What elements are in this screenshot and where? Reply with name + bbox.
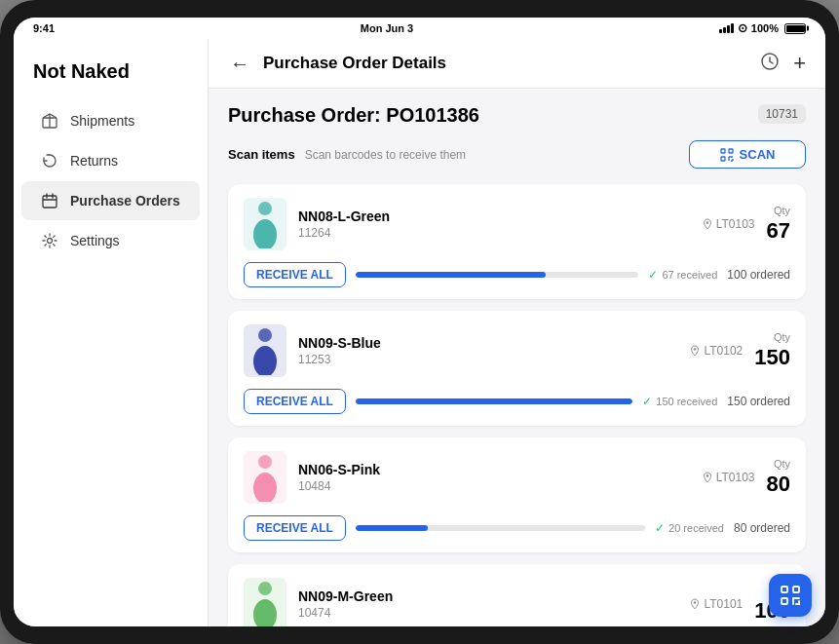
svg-rect-9 (729, 149, 733, 153)
item-bottom-0: RECEIVE ALL ✓ 67 received 100 ordered (244, 262, 790, 287)
item-thumbnail-1 (244, 324, 286, 377)
item-top-3: NN09-M-Green 10474 LT0101 Qty 100 (244, 578, 790, 626)
qty-value-1: 150 (754, 345, 790, 370)
item-top-2: NN06-S-Pink 10484 LT0103 Qty 80 (244, 451, 790, 504)
check-icon-1: ✓ (642, 395, 652, 408)
received-count-1: 150 received (656, 396, 717, 407)
sidebar-item-shipments[interactable]: Shipments (21, 101, 200, 140)
item-location-2: LT0103 (703, 471, 755, 484)
ordered-label-2: 80 ordered (734, 521, 790, 535)
wifi-icon: ⊙ (738, 21, 747, 35)
item-card-3: NN09-M-Green 10474 LT0101 Qty 100 RECEIV… (228, 564, 806, 626)
svg-point-26 (694, 601, 696, 603)
svg-rect-8 (721, 149, 725, 153)
item-bottom-2: RECEIVE ALL ✓ 20 received 80 ordered (244, 515, 790, 541)
item-sku-0: 11264 (298, 226, 691, 240)
header-icons: + (760, 51, 806, 76)
status-bar: 9:41 Mon Jun 3 ⊙ 100% (14, 18, 825, 39)
po-content: Purchase Order: PO101386 10731 Scan item… (209, 89, 825, 626)
svg-point-19 (253, 346, 277, 375)
svg-point-15 (258, 202, 272, 215)
status-right: ⊙ 100% (719, 21, 806, 35)
progress-fill-0 (356, 272, 546, 278)
po-badge: 10731 (758, 104, 806, 124)
item-bottom-1: RECEIVE ALL ✓ 150 received 150 ordered (244, 389, 790, 414)
content-header: ← Purchase Order Details + (209, 39, 825, 89)
item-info-0: NN08-L-Green 11264 (298, 208, 691, 240)
received-badge-0: ✓ 67 received (648, 268, 717, 282)
sidebar-item-purchase-orders[interactable]: Purchase Orders (21, 181, 200, 220)
add-icon[interactable]: + (793, 51, 806, 76)
page-title: Purchase Order Details (263, 54, 748, 73)
scan-icon (720, 148, 734, 162)
item-location-1: LT0102 (690, 344, 743, 358)
status-time: 9:41 (33, 22, 55, 34)
box-icon (41, 112, 58, 130)
received-badge-1: ✓ 150 received (642, 395, 717, 408)
item-qty-block-0: Qty 67 (767, 205, 790, 244)
item-sku-2: 10484 (298, 479, 691, 493)
svg-point-16 (253, 219, 277, 248)
sidebar-item-settings[interactable]: Settings (21, 221, 200, 260)
return-icon (41, 152, 58, 170)
item-thumbnail-0 (244, 198, 286, 250)
receive-all-button-1[interactable]: RECEIVE ALL (244, 389, 346, 414)
received-count-0: 67 received (662, 269, 717, 281)
tablet-screen: 9:41 Mon Jun 3 ⊙ 100% Not Naked (14, 18, 825, 626)
item-card-0: NN08-L-Green 11264 LT0103 Qty 67 RECEIVE… (228, 184, 806, 299)
scan-button[interactable]: SCAN (689, 140, 806, 169)
item-info-3: NN09-M-Green 10474 (298, 588, 678, 620)
check-icon-2: ✓ (655, 521, 665, 535)
qty-value-2: 80 (767, 472, 790, 497)
sidebar-brand: Not Naked (14, 47, 208, 100)
item-qty-block-1: Qty 150 (754, 331, 790, 370)
svg-point-22 (253, 473, 277, 502)
svg-rect-30 (793, 587, 799, 592)
svg-point-24 (258, 582, 272, 595)
item-name-1: NN09-S-Blue (298, 335, 678, 351)
item-location-0: LT0103 (703, 217, 755, 231)
check-icon-0: ✓ (648, 268, 658, 282)
svg-point-21 (258, 455, 272, 469)
scan-bar: Scan items Scan barcodes to receive them (228, 140, 806, 169)
item-name-2: NN06-S-Pink (298, 462, 691, 477)
item-name-0: NN08-L-Green (298, 208, 691, 224)
item-location-3: LT0101 (690, 597, 743, 611)
receive-all-button-0[interactable]: RECEIVE ALL (244, 262, 346, 287)
calendar-icon (41, 192, 58, 209)
receive-all-button-2[interactable]: RECEIVE ALL (244, 515, 346, 541)
item-info-1: NN09-S-Blue 11253 (298, 335, 678, 366)
received-count-2: 20 received (668, 522, 724, 534)
svg-rect-31 (782, 598, 787, 604)
svg-point-17 (706, 221, 708, 223)
fab-scan-icon (780, 585, 801, 606)
progress-track-1 (356, 398, 632, 404)
scan-hint: Scan barcodes to receive them (305, 148, 679, 162)
sidebar-item-returns[interactable]: Returns (21, 141, 200, 180)
status-date: Mon Jun 3 (361, 22, 413, 34)
item-sku-1: 11253 (298, 353, 678, 366)
item-top-1: NN09-S-Blue 11253 LT0102 Qty 150 (244, 324, 790, 377)
battery-label: 100% (751, 22, 779, 34)
main-area: Not Naked Shipments (14, 39, 825, 626)
item-info-2: NN06-S-Pink 10484 (298, 462, 691, 493)
svg-point-23 (706, 474, 708, 476)
item-thumbnail-2 (244, 451, 286, 504)
sidebar-item-purchase-orders-label: Purchase Orders (70, 193, 180, 208)
sidebar-item-shipments-label: Shipments (70, 113, 134, 129)
qty-value-0: 67 (767, 218, 790, 244)
tablet-frame: 9:41 Mon Jun 3 ⊙ 100% Not Naked (0, 0, 839, 644)
items-container: NN08-L-Green 11264 LT0103 Qty 67 RECEIVE… (228, 184, 806, 626)
back-button[interactable]: ← (228, 52, 251, 75)
sidebar: Not Naked Shipments (14, 39, 209, 626)
po-title-row: Purchase Order: PO101386 10731 (228, 104, 806, 127)
sidebar-item-settings-label: Settings (70, 233, 120, 248)
battery-icon (784, 23, 806, 34)
item-sku-3: 10474 (298, 606, 678, 620)
svg-rect-10 (721, 157, 725, 161)
scan-label: Scan items (228, 147, 295, 162)
fab-button[interactable] (769, 574, 812, 617)
clock-icon[interactable] (760, 52, 780, 76)
item-qty-block-2: Qty 80 (767, 458, 790, 497)
svg-rect-2 (43, 196, 57, 208)
